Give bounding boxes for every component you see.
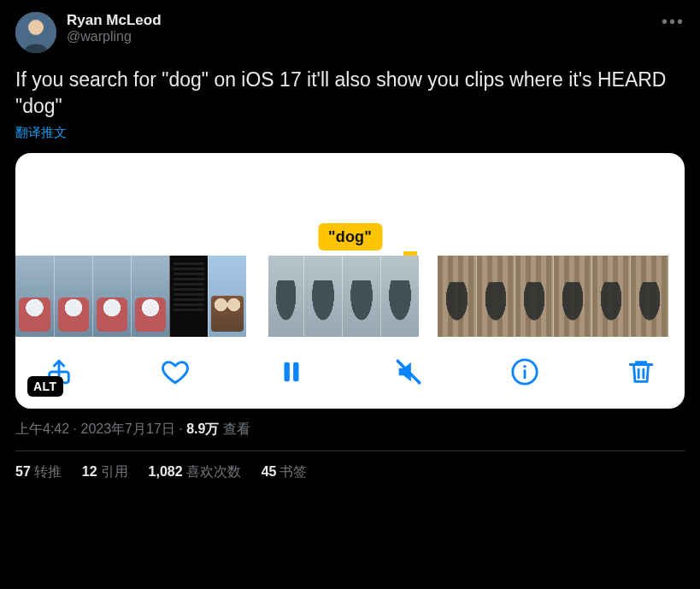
- thumbnail: [131, 256, 169, 337]
- media-toolbar: [15, 337, 685, 409]
- stats-row: 57转推 12引用 1,082喜欢次数 45书签: [15, 463, 685, 481]
- mute-icon[interactable]: [394, 357, 423, 386]
- svg-point-1: [28, 20, 44, 35]
- pause-icon[interactable]: [277, 357, 306, 386]
- divider: [15, 451, 685, 451]
- avatar[interactable]: [15, 12, 56, 53]
- tweet-container: Ryan McLeod @warpling ••• If you search …: [0, 0, 700, 481]
- svg-rect-3: [285, 362, 290, 382]
- thumbnail: [630, 256, 668, 337]
- caption-badge: "dog": [318, 223, 382, 250]
- thumbnail: [303, 256, 342, 337]
- thumbnail: [265, 256, 303, 337]
- views-label: 查看: [223, 421, 250, 436]
- thumbnail: [476, 256, 515, 337]
- thumbnail: [208, 256, 246, 337]
- time[interactable]: 上午4:42: [15, 421, 69, 436]
- thumbnail: [169, 256, 208, 337]
- svg-rect-4: [294, 362, 299, 382]
- media-top: "dog": [15, 153, 685, 256]
- info-icon[interactable]: [510, 357, 539, 386]
- tweet-meta: 上午4:42 · 2023年7月17日 · 8.9万 查看: [15, 421, 685, 439]
- filmstrip[interactable]: [15, 256, 685, 337]
- clip-3[interactable]: [438, 256, 668, 337]
- thumbnail: [54, 256, 92, 337]
- thumbnail: [92, 256, 131, 337]
- display-name[interactable]: Ryan McLeod: [67, 12, 162, 29]
- thumbnail: [342, 256, 380, 337]
- media-card[interactable]: "dog": [15, 153, 685, 409]
- thumbnail: [515, 256, 553, 337]
- handle[interactable]: @warpling: [67, 29, 162, 44]
- stat-bookmarks[interactable]: 45书签: [262, 463, 308, 481]
- alt-badge[interactable]: ALT: [27, 376, 63, 397]
- tweet-text: If you search for "dog" on iOS 17 it'll …: [15, 67, 685, 120]
- trash-icon[interactable]: [626, 357, 656, 386]
- tweet-header: Ryan McLeod @warpling •••: [15, 12, 685, 53]
- thumbnail: [591, 256, 630, 337]
- stat-likes[interactable]: 1,082喜欢次数: [149, 463, 241, 481]
- thumbnail: [438, 256, 476, 337]
- views-count: 8.9万: [186, 421, 219, 436]
- author-block: Ryan McLeod @warpling: [67, 12, 162, 44]
- thumbnail: [15, 256, 54, 337]
- thumbnail: [553, 256, 591, 337]
- thumbnail: [380, 256, 419, 337]
- translate-link[interactable]: 翻译推文: [15, 125, 685, 141]
- svg-point-8: [523, 365, 526, 368]
- clip-2[interactable]: [265, 256, 419, 337]
- stat-retweets[interactable]: 57转推: [15, 463, 62, 481]
- date[interactable]: 2023年7月17日: [80, 421, 174, 436]
- more-icon[interactable]: •••: [662, 12, 685, 32]
- clip-1[interactable]: [15, 256, 246, 337]
- heart-icon[interactable]: [161, 357, 190, 386]
- stat-quotes[interactable]: 12引用: [82, 463, 128, 481]
